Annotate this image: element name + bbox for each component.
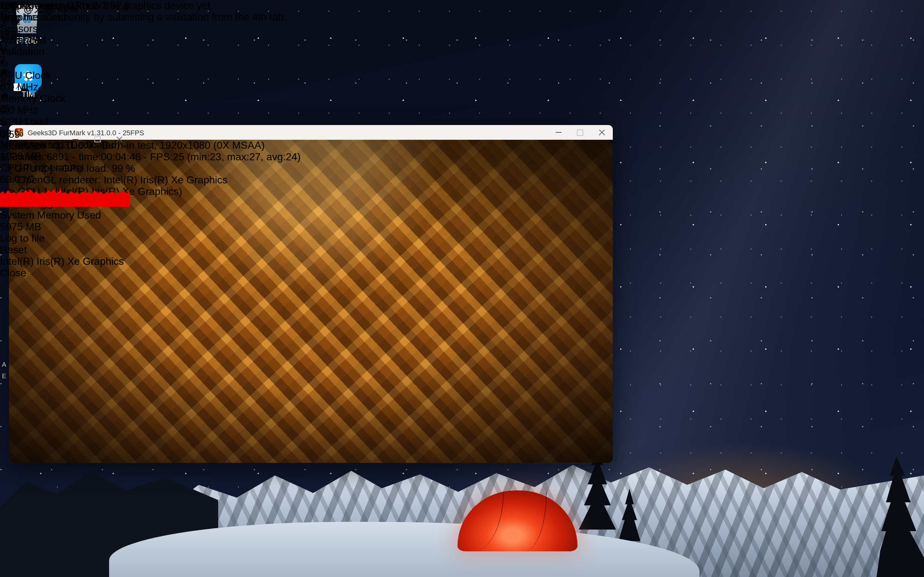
maximize-button[interactable]	[569, 125, 591, 140]
close-icon	[116, 136, 123, 143]
sensor-value-text: 5975 MB	[0, 221, 41, 232]
eye-glyph: ◉	[0, 65, 45, 77]
eye-scanner-app-button[interactable]: ◉	[0, 65, 45, 77]
desktop-screen: ♻ 回收站 * ↗ TIM A E Geeks3D FurMark v1.31.…	[0, 0, 924, 577]
blue-circle-app-button[interactable]: 2	[0, 54, 45, 65]
volume-muted-icon[interactable]: ✕	[0, 117, 45, 129]
eye-pupil-glyph: ◉	[0, 66, 9, 77]
weather-condition: 雾霾	[0, 11, 45, 27]
minimize-icon	[556, 132, 561, 133]
gpuz-window-controls	[65, 0, 130, 279]
minimize-button[interactable]	[65, 0, 87, 279]
maximize-icon	[577, 129, 583, 135]
star-glyph: ★	[0, 90, 9, 101]
close-button[interactable]	[108, 0, 130, 279]
minimize-icon	[73, 139, 79, 140]
close-label: Close	[0, 268, 26, 278]
partial-desktop-label: A	[2, 361, 6, 368]
taskbar-clock[interactable]: 0:59 2023/2/24	[0, 129, 45, 152]
log-to-file-label: Log to file	[0, 233, 45, 243]
sensor-value-text: 69.0 °C	[0, 174, 34, 185]
partial-desktop-label: E	[2, 372, 6, 380]
minimize-button[interactable]	[548, 125, 569, 140]
furmark-window-controls	[548, 125, 613, 140]
input-language-indicator[interactable]: 英	[0, 101, 45, 117]
weather-text: 1°C 雾霾	[0, 0, 45, 27]
system-tray: ★ 英 ✕ 0:59 2023/2/24 5	[0, 89, 45, 163]
taskbar: 1°C 雾霾 搜索 V 2 ◉ 64	[0, 0, 45, 163]
taskbar-weather-widget[interactable]: 1°C 雾霾	[0, 0, 45, 27]
v-logo-icon: V	[0, 42, 45, 54]
close-icon	[599, 129, 605, 135]
notification-count: 5	[0, 152, 6, 163]
taskbar-center-icons: 搜索 V 2 ◉ 64	[0, 27, 45, 89]
eye-circle-icon: ◉	[0, 65, 45, 77]
weather-temperature: 1°C	[0, 0, 45, 11]
tent-seam	[515, 492, 547, 551]
aida64-button[interactable]: 64	[0, 77, 45, 89]
close-button[interactable]	[591, 125, 613, 140]
search-label: 搜索	[0, 30, 21, 41]
star-tray-icon[interactable]: ★	[0, 89, 45, 101]
search-box[interactable]: 搜索	[0, 27, 45, 42]
maximize-icon	[94, 136, 101, 143]
aida64-icon: 64	[0, 77, 45, 89]
reset-label: Reset	[0, 244, 27, 255]
blue-circle-icon: 2	[0, 54, 45, 65]
video-v-app-button[interactable]: V	[0, 42, 45, 54]
maximize-button[interactable]	[87, 0, 108, 279]
notification-badge[interactable]: 5	[0, 152, 45, 163]
tent-seam	[467, 492, 504, 551]
clock-time: 0:59	[0, 129, 45, 140]
clock-date: 2023/2/24	[0, 140, 45, 152]
blue-circle-glyph: 2	[0, 54, 6, 65]
aida64-label: 64	[0, 77, 11, 89]
